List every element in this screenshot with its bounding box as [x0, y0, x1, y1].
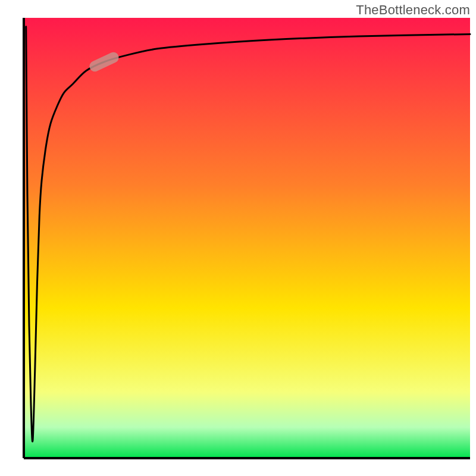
chart-svg [0, 0, 476, 476]
plot-background [24, 18, 470, 458]
attribution-text: TheBottleneck.com [356, 2, 470, 18]
chart-stage: TheBottleneck.com [0, 0, 476, 476]
